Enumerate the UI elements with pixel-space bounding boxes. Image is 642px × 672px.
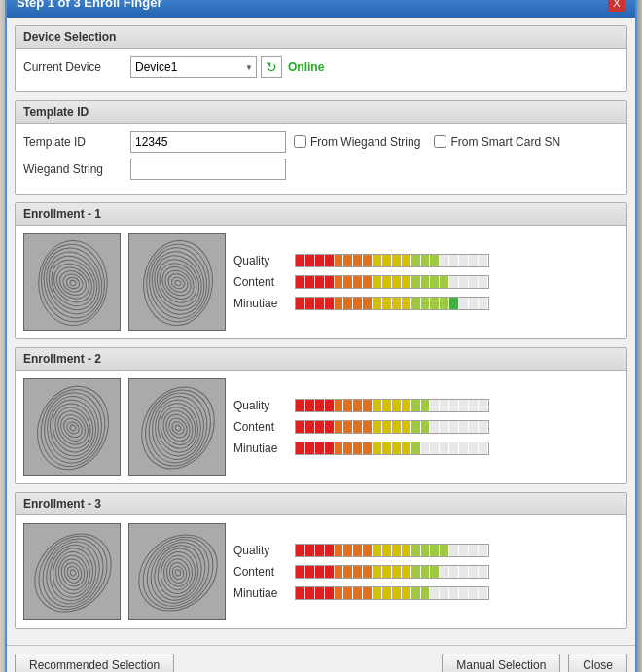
- refresh-icon: ↻: [266, 59, 277, 75]
- content-bar-1: [295, 275, 489, 289]
- checkbox-group: From Wiegand String From Smart Card SN: [294, 135, 560, 149]
- wiegand-string-input[interactable]: [130, 159, 286, 180]
- content-label-3: Content: [233, 565, 287, 579]
- wiegand-string-label: Wiegand String: [23, 162, 130, 176]
- content-row-1: Content: [233, 275, 619, 289]
- minutiae-label-2: Minutiae: [233, 442, 287, 455]
- device-section: Device Selection Current Device Device1 …: [15, 25, 627, 92]
- minutiae-bar-1: [295, 297, 489, 310]
- quality-label-2: Quality: [233, 399, 287, 412]
- fingerprint-processed-1: [128, 233, 226, 331]
- device-section-title: Device Selection: [16, 26, 626, 49]
- from-smart-card-label[interactable]: From Smart Card SN: [434, 135, 560, 149]
- metrics-1: Quality Content Minutiae: [233, 254, 619, 310]
- template-id-label: Template ID: [23, 135, 130, 149]
- template-section: Template ID Template ID From Wiegand Str…: [15, 100, 627, 195]
- quality-row-3: Quality: [233, 544, 619, 557]
- metrics-2: Quality Content Minutiae: [233, 399, 619, 455]
- enrollment-section-2: Enrollment - 2 Quality: [15, 347, 627, 484]
- fingerprint-main-2: [23, 378, 121, 476]
- window-close-button[interactable]: X: [608, 0, 625, 12]
- current-device-label: Current Device: [23, 60, 130, 74]
- online-status: Online: [288, 60, 324, 74]
- minutiae-row-3: Minutiae: [233, 586, 619, 600]
- minutiae-bar-2: [295, 442, 489, 455]
- title-bar: Step 1 of 3 Enroll Finger X: [7, 0, 635, 18]
- enrollment-body-1: Quality Content Minutiae: [16, 226, 626, 338]
- quality-bar-3: [295, 544, 489, 557]
- device-section-body: Current Device Device1 Device2 ↻ Online: [16, 49, 626, 91]
- close-button[interactable]: Close: [568, 654, 627, 673]
- footer: Recommended Selection Manual Selection C…: [7, 645, 635, 673]
- content-row-2: Content: [233, 420, 619, 434]
- from-smart-card-checkbox[interactable]: [434, 135, 446, 148]
- quality-row-2: Quality: [233, 399, 619, 412]
- manual-selection-button[interactable]: Manual Selection: [442, 654, 560, 673]
- recommended-selection-button[interactable]: Recommended Selection: [15, 654, 174, 673]
- quality-bar-1: [295, 254, 489, 267]
- minutiae-row-1: Minutiae: [233, 297, 619, 310]
- device-row: Current Device Device1 Device2 ↻ Online: [23, 56, 619, 78]
- enrollment-section-3: Enrollment - 3 Quality: [15, 492, 627, 629]
- main-window: Step 1 of 3 Enroll Finger X Device Selec…: [5, 0, 637, 672]
- minutiae-bar-3: [295, 586, 489, 600]
- svg-rect-26: [24, 379, 121, 476]
- refresh-button[interactable]: ↻: [261, 56, 282, 78]
- fingerprint-main-3: [23, 523, 121, 620]
- device-select-wrapper: Device1 Device2: [130, 56, 257, 78]
- template-section-body: Template ID From Wiegand String From Sma…: [16, 124, 626, 194]
- minutiae-label-3: Minutiae: [233, 586, 287, 600]
- content-row-3: Content: [233, 565, 619, 579]
- enrollment-section-1: Enrollment - 1 Quality: [15, 202, 627, 339]
- content-label-1: Content: [233, 275, 287, 289]
- content-bar-3: [295, 565, 489, 579]
- content-label-2: Content: [233, 420, 287, 434]
- fingerprint-main-1: [23, 233, 121, 331]
- svg-rect-39: [129, 379, 226, 476]
- enrollment-title-1: Enrollment - 1: [16, 203, 626, 226]
- template-id-row: Template ID From Wiegand String From Sma…: [23, 131, 619, 153]
- from-wiegand-checkbox[interactable]: [294, 135, 306, 148]
- quality-label-3: Quality: [233, 544, 287, 557]
- device-select[interactable]: Device1 Device2: [130, 56, 257, 78]
- window-title: Step 1 of 3 Enroll Finger: [17, 0, 162, 10]
- footer-right: Manual Selection Close: [442, 654, 627, 673]
- enrollments-container: Enrollment - 1 Quality: [15, 202, 627, 629]
- quality-bar-2: [295, 399, 489, 412]
- template-id-input[interactable]: [130, 131, 286, 153]
- content-bar-2: [295, 420, 489, 434]
- template-section-title: Template ID: [16, 101, 626, 124]
- minutiae-label-1: Minutiae: [233, 297, 287, 310]
- quality-label-1: Quality: [233, 254, 287, 267]
- fingerprint-processed-2: [128, 378, 226, 476]
- quality-row-1: Quality: [233, 254, 619, 267]
- wiegand-string-row: Wiegand String: [23, 159, 619, 180]
- window-content: Device Selection Current Device Device1 …: [7, 18, 635, 645]
- minutiae-row-2: Minutiae: [233, 442, 619, 455]
- metrics-3: Quality Content Minutiae: [233, 544, 619, 600]
- from-wiegand-label[interactable]: From Wiegand String: [294, 135, 420, 149]
- enrollment-title-3: Enrollment - 3: [16, 493, 626, 515]
- enrollment-title-2: Enrollment - 2: [16, 348, 626, 371]
- enrollment-body-3: Quality Content Minutiae: [16, 515, 626, 628]
- enrollment-body-2: Quality Content Minutiae: [16, 371, 626, 483]
- fingerprint-processed-3: [128, 523, 226, 620]
